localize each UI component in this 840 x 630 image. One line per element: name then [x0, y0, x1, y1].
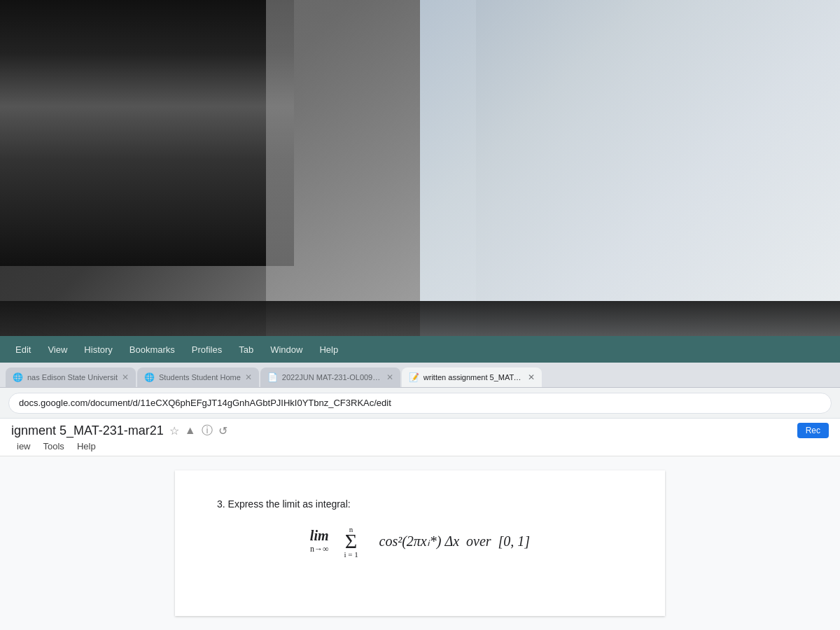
url-text: docs.google.com/document/d/11eCXQ6phEFgJ…: [19, 398, 391, 408]
tab-close-assignment[interactable]: ✕: [528, 372, 535, 382]
tab-label-students: Students Student Home: [159, 373, 241, 382]
tab-icon-thomas: 🌐: [13, 372, 23, 382]
problem-text: 3. Express the limit as integral:: [217, 498, 623, 510]
menu-edit[interactable]: Edit: [8, 342, 38, 358]
menu-profiles[interactable]: Profiles: [185, 342, 229, 358]
docs-menu-tools[interactable]: Tools: [38, 440, 70, 453]
star-icon[interactable]: ☆: [169, 424, 179, 438]
docs-menu-view[interactable]: iew: [11, 440, 36, 453]
background-photo: [0, 0, 840, 336]
sigma-symbol: Σ: [345, 531, 357, 552]
problem-label: Express the limit as integral:: [228, 498, 351, 510]
problem-number: 3.: [217, 498, 225, 510]
docs-title: ignment 5_MAT-231-mar21: [11, 424, 164, 438]
menu-bookmarks[interactable]: Bookmarks: [122, 342, 182, 358]
math-formula: lim n→∞ n Σ i = 1 cos²(2πxᵢ*) Δx over [0…: [217, 521, 623, 561]
tab-label-thomas: nas Edison State Universit: [27, 373, 118, 382]
docs-title-row: ignment 5_MAT-231-mar21 ☆ ▲ ⓘ ↺ Rec: [11, 423, 829, 438]
info-icon[interactable]: ⓘ: [202, 424, 213, 438]
docs-menu-help[interactable]: Help: [71, 440, 102, 453]
menu-window[interactable]: Window: [263, 342, 309, 358]
address-bar: docs.google.com/document/d/11eCXQ6phEFgJ…: [0, 388, 840, 419]
rec-button[interactable]: Rec: [797, 423, 829, 438]
tab-mat231[interactable]: 📄 2022JUN MAT-231-OL009: W ✕: [260, 368, 400, 387]
tab-icon-assignment: 📝: [409, 372, 419, 382]
tv-screen: [0, 0, 294, 266]
menu-tab[interactable]: Tab: [232, 342, 260, 358]
docs-title-icons: ☆ ▲ ⓘ ↺: [169, 424, 227, 438]
tab-thomas[interactable]: 🌐 nas Edison State Universit ✕: [6, 368, 136, 387]
url-input[interactable]: docs.google.com/document/d/11eCXQ6phEFgJ…: [8, 393, 832, 414]
tab-bar: 🌐 nas Edison State Universit ✕ 🌐 Student…: [0, 363, 840, 388]
menu-bar: Edit View History Bookmarks Profiles Tab…: [0, 336, 840, 363]
menu-help[interactable]: Help: [312, 342, 345, 358]
doc-page: 3. Express the limit as integral: lim n→…: [175, 470, 665, 616]
sigma-subscript: i = 1: [344, 550, 358, 559]
tab-close-students[interactable]: ✕: [245, 372, 252, 382]
menu-history[interactable]: History: [77, 342, 119, 358]
history-icon[interactable]: ↺: [218, 424, 227, 438]
drive-icon[interactable]: ▲: [185, 424, 196, 437]
tab-icon-mat231: 📄: [267, 372, 278, 382]
lim-subscript: n→∞: [310, 544, 329, 554]
menu-view[interactable]: View: [41, 342, 74, 358]
tab-close-mat231[interactable]: ✕: [386, 372, 393, 382]
tab-students[interactable]: 🌐 Students Student Home ✕: [137, 368, 259, 387]
tab-icon-students: 🌐: [144, 372, 155, 382]
cos-expression: cos²(2πxᵢ*) Δx over [0, 1]: [379, 533, 531, 550]
tab-label-assignment: written assignment 5_MAT-23: [424, 373, 524, 382]
browser-window: Edit View History Bookmarks Profiles Tab…: [0, 336, 840, 630]
window-light: [420, 0, 840, 336]
docs-menu-row: iew Tools Help: [11, 440, 829, 453]
sigma-block: n Σ i = 1: [343, 531, 360, 552]
sigma-superscript: n: [349, 525, 354, 533]
tab-close-thomas[interactable]: ✕: [122, 372, 129, 382]
lim-block: lim n→∞: [310, 528, 329, 554]
lim-text: lim: [310, 528, 329, 544]
docs-header: ignment 5_MAT-231-mar21 ☆ ▲ ⓘ ↺ Rec iew …: [0, 419, 840, 456]
tab-label-mat231: 2022JUN MAT-231-OL009: W: [282, 373, 382, 382]
doc-content: 3. Express the limit as integral: lim n→…: [0, 456, 840, 630]
tab-assignment[interactable]: 📝 written assignment 5_MAT-23 ✕: [402, 368, 542, 387]
